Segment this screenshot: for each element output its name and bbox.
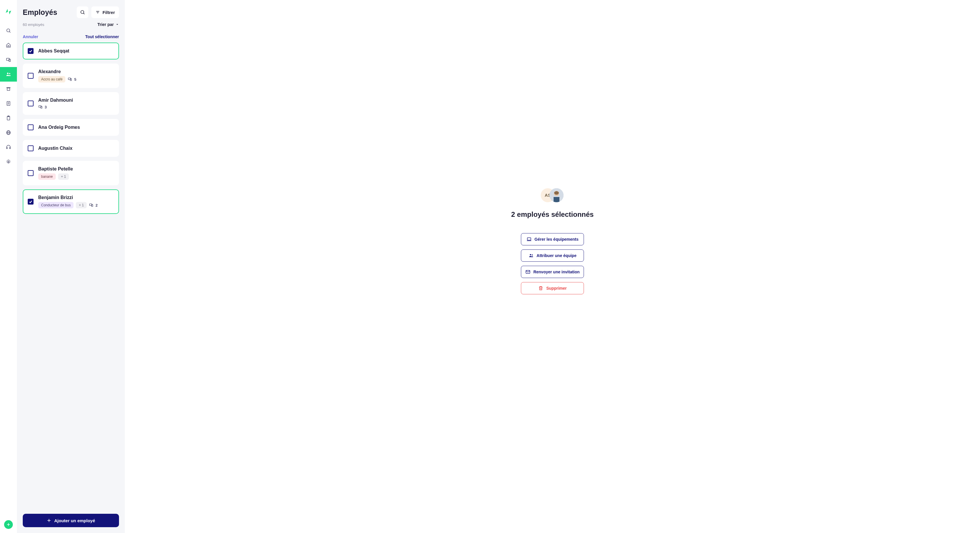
devices-icon <box>38 105 43 109</box>
device-count: 3 <box>38 105 47 109</box>
svg-rect-16 <box>10 148 11 149</box>
nav-rail <box>0 0 17 533</box>
svg-rect-35 <box>554 197 559 202</box>
sort-button[interactable]: Trier par <box>97 22 119 27</box>
nav-globe[interactable] <box>0 125 17 140</box>
selection-title: 2 employés sélectionnés <box>511 210 594 219</box>
svg-point-39 <box>531 254 533 255</box>
check-icon <box>29 200 33 204</box>
employee-card[interactable]: Benjamin Brizzi Conducteur de bus + 1 2 <box>23 189 119 214</box>
nav-settings[interactable] <box>0 154 17 169</box>
employee-name: Amir Dahmouni <box>38 98 73 103</box>
employee-name: Abbes Seqqat <box>38 48 69 54</box>
trash-icon <box>538 286 543 291</box>
page-title: Employés <box>23 8 57 17</box>
nav-search[interactable] <box>0 23 17 38</box>
employee-card[interactable]: Augustin Chaix <box>23 140 119 157</box>
resend-invitation-button[interactable]: Renvoyer une invitation <box>521 266 584 278</box>
nav-support[interactable] <box>0 140 17 154</box>
sort-label: Trier par <box>97 22 114 27</box>
nav-home[interactable] <box>0 38 17 52</box>
employee-card[interactable]: Abbes Seqqat <box>23 43 119 59</box>
svg-rect-36 <box>527 238 531 240</box>
svg-line-1 <box>10 32 10 32</box>
checkbox[interactable] <box>28 146 33 151</box>
employee-name: Ana Ordeig Pomes <box>38 125 80 130</box>
avatar-group: AS <box>541 188 564 202</box>
checkbox[interactable] <box>28 48 33 54</box>
employee-list-panel: Employés Filtrer 60 employés Trier par A… <box>17 0 125 533</box>
svg-rect-15 <box>6 148 7 149</box>
filter-button[interactable]: Filtrer <box>91 6 119 18</box>
checkbox[interactable] <box>28 73 33 79</box>
svg-point-17 <box>8 161 10 163</box>
nav-apps[interactable] <box>0 82 17 96</box>
employee-card[interactable]: Ana Ordeig Pomes <box>23 119 119 136</box>
devices-icon <box>89 203 94 208</box>
employee-tag: banane <box>38 173 56 180</box>
employee-name: Alexandre <box>38 69 76 74</box>
assign-team-label: Attribuer une équipe <box>537 253 577 258</box>
employee-card[interactable]: Amir Dahmouni 3 <box>23 92 119 115</box>
checkbox[interactable] <box>28 199 33 205</box>
check-icon <box>29 49 33 53</box>
employee-count: 60 employés <box>23 22 45 27</box>
employee-card[interactable]: Alexandre Accro au café 5 <box>23 63 119 88</box>
employee-list[interactable]: Abbes Seqqat Alexandre Accro au café 5 <box>17 43 125 510</box>
delete-button[interactable]: Supprimer <box>521 282 584 294</box>
envelope-icon <box>525 269 531 274</box>
checkbox[interactable] <box>28 100 33 106</box>
svg-point-5 <box>9 73 10 74</box>
filter-label: Filtrer <box>102 10 115 15</box>
assign-team-button[interactable]: Attribuer une équipe <box>521 249 584 262</box>
nav-add-button[interactable] <box>4 520 13 529</box>
svg-point-38 <box>530 254 531 255</box>
search-button[interactable] <box>77 6 88 18</box>
device-count: 5 <box>68 77 76 82</box>
logo-icon <box>5 8 12 16</box>
employee-name: Augustin Chaix <box>38 146 72 151</box>
employee-tag: Conducteur de bus <box>38 202 73 208</box>
nav-employees[interactable] <box>0 67 17 82</box>
checkbox[interactable] <box>28 124 33 130</box>
nav-devices[interactable] <box>0 52 17 67</box>
svg-point-0 <box>7 29 10 32</box>
filter-icon <box>95 10 100 14</box>
manage-equipment-button[interactable]: Gérer les équipements <box>521 233 584 245</box>
detail-panel: AS 2 employés sélectionnés Gérer les équ… <box>125 0 980 533</box>
employee-card[interactable]: Baptiste Petelle banane + 1 <box>23 161 119 186</box>
cancel-selection-link[interactable]: Annuler <box>23 34 38 39</box>
avatar <box>549 188 563 202</box>
device-count: 2 <box>89 203 97 208</box>
svg-line-21 <box>84 13 84 14</box>
resend-invitation-label: Renvoyer une invitation <box>533 270 580 274</box>
add-employee-label: Ajouter un employé <box>54 518 95 523</box>
chevron-down-icon <box>116 23 119 26</box>
laptop-icon <box>527 236 532 242</box>
nav-clipboard[interactable] <box>0 111 17 125</box>
select-all-link[interactable]: Tout sélectionner <box>85 34 119 39</box>
nav-docs[interactable] <box>0 96 17 111</box>
add-employee-button[interactable]: Ajouter un employé <box>23 514 119 527</box>
employee-tag-extra: + 1 <box>76 202 87 208</box>
team-icon <box>528 253 534 258</box>
manage-equipment-label: Gérer les équipements <box>535 237 579 241</box>
employee-tag: Accro au café <box>38 76 65 82</box>
plus-icon <box>47 518 51 523</box>
delete-label: Supprimer <box>546 286 567 290</box>
employee-tag-extra: + 1 <box>58 173 69 180</box>
devices-icon <box>68 77 72 82</box>
selection-bar: Annuler Tout sélectionner <box>17 32 125 43</box>
panel-header: Employés Filtrer 60 employés Trier par <box>17 0 125 32</box>
svg-point-4 <box>7 73 8 74</box>
svg-point-20 <box>81 11 84 14</box>
employee-name: Baptiste Petelle <box>38 167 73 171</box>
employee-name: Benjamin Brizzi <box>38 195 98 200</box>
checkbox[interactable] <box>28 170 33 176</box>
